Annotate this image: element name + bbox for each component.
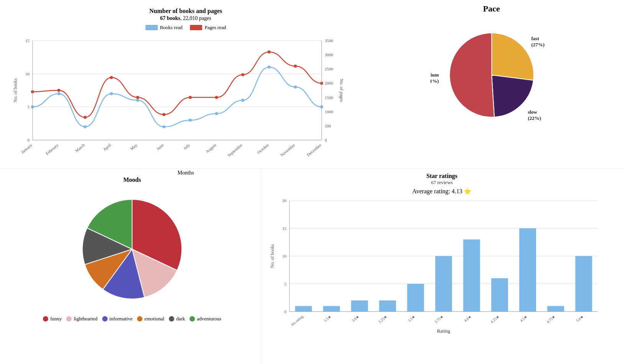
svg-point-33 [110, 92, 113, 95]
svg-rect-90 [519, 229, 536, 312]
svg-text:(27%): (27%) [531, 42, 545, 47]
svg-text:October: October [256, 142, 270, 155]
pace-title: Pace [483, 4, 500, 14]
svg-point-49 [215, 96, 218, 99]
svg-rect-82 [407, 284, 424, 312]
svg-text:4.25★: 4.25★ [490, 314, 500, 324]
svg-text:5.0★: 5.0★ [575, 314, 584, 323]
svg-point-46 [136, 96, 139, 99]
line-chart-pages-count: , 22,010 pages [180, 15, 211, 21]
svg-text:3500: 3500 [325, 38, 334, 43]
moods-pie-svg [67, 184, 197, 314]
svg-point-31 [57, 92, 61, 95]
svg-point-36 [189, 119, 192, 122]
legend-dot-emotional [137, 316, 142, 322]
svg-text:No. of books: No. of books [270, 244, 275, 268]
svg-text:2000: 2000 [325, 81, 334, 85]
legend-pages-label: Pages read [204, 24, 226, 31]
svg-point-48 [189, 96, 192, 99]
ratings-section: Star ratings 67 reviews Average rating: … [260, 169, 623, 364]
legend-books-label: Books read [160, 24, 183, 31]
ratings-count: 67 reviews [268, 180, 615, 186]
svg-rect-74 [295, 306, 312, 312]
line-chart-title: Number of books and pages [11, 8, 360, 15]
svg-text:4.5★: 4.5★ [519, 314, 528, 323]
svg-text:No rating: No rating [290, 314, 304, 327]
svg-point-40 [294, 85, 297, 88]
svg-text:February: February [45, 142, 60, 156]
svg-rect-76 [323, 306, 340, 312]
ratings-title: Star ratings [268, 173, 615, 180]
line-chart-svg: 0510150500100015002000250030003500No. of… [11, 33, 345, 167]
svg-text:1500: 1500 [325, 95, 334, 100]
svg-point-34 [136, 99, 139, 102]
svg-text:medium: medium [430, 72, 439, 78]
legend-emotional: emotional [137, 316, 164, 322]
svg-rect-84 [435, 256, 452, 312]
svg-point-37 [215, 112, 218, 115]
moods-title: Moods [123, 176, 141, 183]
svg-text:Rating: Rating [437, 328, 450, 334]
legend-adventurous: adventurous [190, 316, 221, 322]
svg-text:August: August [205, 142, 217, 154]
svg-text:1.5★: 1.5★ [323, 314, 332, 323]
svg-text:November: November [279, 142, 296, 157]
legend-pages: Pages read [190, 24, 226, 31]
svg-point-39 [268, 65, 271, 69]
svg-rect-88 [491, 278, 508, 312]
main-container: Number of books and pages 67 books, 22,0… [0, 0, 623, 364]
legend-dot-dark [169, 316, 174, 322]
svg-text:fast: fast [531, 36, 539, 41]
svg-point-52 [294, 65, 297, 68]
moods-section: Moods funnylightheartedinformativeemotio… [0, 169, 260, 364]
legend-pages-color [190, 25, 202, 30]
svg-point-51 [268, 51, 271, 54]
legend-lighthearted: lighthearted [66, 316, 97, 322]
svg-text:0: 0 [325, 138, 327, 142]
svg-text:3.0★: 3.0★ [351, 314, 360, 323]
svg-point-43 [57, 89, 61, 92]
svg-text:(22%): (22%) [528, 115, 541, 121]
legend-dot-adventurous [190, 316, 195, 322]
legend-funny: funny [43, 316, 62, 322]
svg-text:April: April [102, 142, 112, 152]
legend-dot-funny [43, 316, 48, 322]
svg-point-32 [83, 125, 87, 128]
svg-text:500: 500 [325, 124, 331, 128]
line-chart-legend: Books read Pages read [11, 24, 360, 31]
legend-books: Books read [146, 24, 183, 31]
legend-label-funny: funny [50, 316, 62, 322]
svg-text:10: 10 [25, 72, 30, 76]
svg-text:15: 15 [25, 38, 30, 43]
star-icon: ⭐ [464, 188, 471, 194]
legend-label-adventurous: adventurous [197, 316, 221, 322]
svg-text:3.5★: 3.5★ [407, 314, 416, 323]
svg-text:July: July [182, 142, 191, 150]
svg-text:20: 20 [282, 198, 287, 203]
svg-text:No. of books: No. of books [13, 78, 18, 103]
svg-text:15: 15 [282, 226, 287, 231]
svg-text:0: 0 [285, 309, 287, 314]
legend-label-emotional: emotional [144, 316, 164, 322]
legend-label-dark: dark [176, 316, 185, 322]
svg-text:December: December [306, 142, 322, 157]
svg-text:10: 10 [282, 254, 287, 258]
svg-text:January: January [20, 142, 33, 155]
svg-text:slow: slow [528, 109, 537, 115]
svg-text:4.75★: 4.75★ [546, 314, 556, 324]
pace-pie-svg: fast(27%)slow(22%)medium(51%) [430, 16, 553, 131]
legend-books-color [146, 25, 158, 30]
bottom-section: Moods funnylightheartedinformativeemotio… [0, 168, 623, 364]
svg-point-47 [162, 113, 165, 116]
svg-text:2500: 2500 [325, 67, 334, 71]
svg-rect-92 [547, 306, 564, 312]
svg-text:3000: 3000 [325, 52, 334, 57]
line-chart-books-count: 67 books [160, 15, 180, 21]
pace-section: Pace fast(27%)slow(22%)medium(51%) [368, 0, 623, 168]
svg-rect-80 [379, 300, 396, 312]
svg-text:3.25★: 3.25★ [378, 314, 388, 324]
svg-rect-94 [575, 256, 592, 312]
average-rating: Average rating: 4.13 ⭐ [268, 188, 615, 195]
svg-point-38 [241, 99, 244, 102]
svg-text:June: June [155, 142, 164, 151]
